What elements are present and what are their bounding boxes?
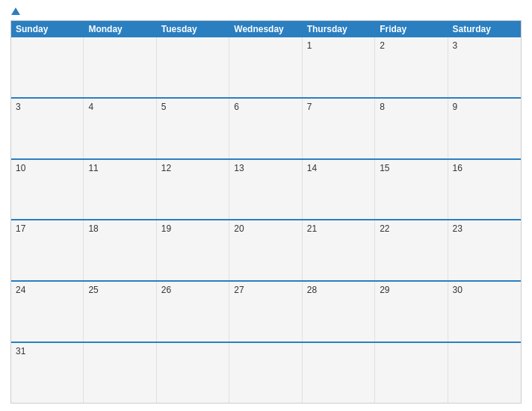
calendar-weeks: 1233456789101112131415161718192021222324… — [11, 37, 521, 403]
day-cell: 3 — [11, 99, 84, 158]
day-cell — [375, 343, 448, 403]
week-row-5: 31 — [11, 342, 521, 403]
day-cell — [448, 343, 521, 403]
day-number: 12 — [161, 163, 224, 173]
day-number: 14 — [307, 163, 370, 173]
day-cell: 20 — [229, 220, 302, 280]
day-header-monday: Monday — [84, 21, 156, 37]
day-cell: 16 — [448, 160, 521, 220]
day-number: 5 — [161, 102, 224, 112]
day-headers-row: SundayMondayTuesdayWednesdayThursdayFrid… — [11, 21, 521, 37]
day-number: 16 — [453, 163, 516, 173]
day-cell: 11 — [84, 160, 156, 220]
calendar-grid: SundayMondayTuesdayWednesdayThursdayFrid… — [10, 20, 522, 404]
day-number: 11 — [88, 163, 151, 173]
day-header-friday: Friday — [375, 21, 448, 37]
day-cell — [229, 343, 302, 403]
day-cell: 5 — [157, 99, 229, 158]
day-header-tuesday: Tuesday — [157, 21, 229, 37]
logo-triangle-icon — [11, 7, 20, 15]
week-row-0: 123 — [11, 37, 521, 97]
day-number: 6 — [234, 102, 297, 112]
day-number: 3 — [16, 102, 78, 112]
day-number: 7 — [307, 102, 370, 112]
day-number: 9 — [453, 102, 516, 112]
day-number: 2 — [380, 40, 442, 51]
day-cell: 26 — [157, 282, 229, 342]
day-number: 20 — [234, 223, 297, 234]
day-cell: 27 — [229, 282, 302, 342]
week-row-2: 10111213141516 — [11, 158, 521, 220]
day-number: 31 — [16, 346, 78, 356]
day-number: 30 — [453, 285, 516, 295]
day-number: 21 — [307, 223, 370, 234]
week-row-1: 3456789 — [11, 97, 521, 158]
day-cell: 10 — [11, 160, 84, 220]
day-cell: 17 — [11, 220, 84, 280]
day-number: 24 — [16, 285, 78, 295]
week-row-3: 17181920212223 — [11, 219, 521, 280]
day-number: 25 — [88, 285, 151, 295]
day-cell: 9 — [448, 99, 521, 158]
day-cell: 15 — [375, 160, 448, 220]
logo — [10, 7, 20, 16]
day-cell: 31 — [11, 343, 84, 403]
day-cell: 4 — [84, 99, 156, 158]
day-cell: 8 — [375, 99, 448, 158]
day-number: 8 — [380, 102, 442, 112]
day-header-saturday: Saturday — [448, 21, 521, 37]
day-cell — [229, 37, 302, 97]
day-cell — [303, 343, 375, 403]
day-number: 19 — [161, 223, 224, 234]
day-cell: 13 — [229, 160, 302, 220]
day-cell — [84, 37, 156, 97]
day-number: 18 — [88, 223, 151, 234]
day-cell: 25 — [84, 282, 156, 342]
week-row-4: 24252627282930 — [11, 280, 521, 342]
day-number: 3 — [453, 40, 516, 51]
calendar-page: SundayMondayTuesdayWednesdayThursdayFrid… — [0, 0, 532, 411]
day-header-thursday: Thursday — [303, 21, 375, 37]
day-number: 13 — [234, 163, 297, 173]
day-number: 28 — [307, 285, 370, 295]
day-cell: 2 — [375, 37, 448, 97]
day-cell: 6 — [229, 99, 302, 158]
day-number: 29 — [380, 285, 442, 295]
day-cell: 12 — [157, 160, 229, 220]
day-header-sunday: Sunday — [11, 21, 84, 37]
day-number: 17 — [16, 223, 78, 234]
header — [10, 7, 522, 16]
day-cell: 23 — [448, 220, 521, 280]
day-cell: 30 — [448, 282, 521, 342]
day-cell: 18 — [84, 220, 156, 280]
day-number: 22 — [380, 223, 442, 234]
day-cell — [157, 37, 229, 97]
day-number: 23 — [453, 223, 516, 234]
day-cell: 7 — [303, 99, 375, 158]
day-cell: 22 — [375, 220, 448, 280]
day-number: 27 — [234, 285, 297, 295]
day-cell: 29 — [375, 282, 448, 342]
day-header-wednesday: Wednesday — [229, 21, 302, 37]
day-cell: 24 — [11, 282, 84, 342]
day-cell — [157, 343, 229, 403]
day-cell: 1 — [303, 37, 375, 97]
day-cell: 28 — [303, 282, 375, 342]
day-cell — [84, 343, 156, 403]
day-number: 10 — [16, 163, 78, 173]
day-cell: 3 — [448, 37, 521, 97]
day-cell: 19 — [157, 220, 229, 280]
day-number: 15 — [380, 163, 442, 173]
day-cell — [11, 37, 84, 97]
day-number: 4 — [88, 102, 151, 112]
day-number: 26 — [161, 285, 224, 295]
day-cell: 14 — [303, 160, 375, 220]
day-number: 1 — [307, 40, 370, 51]
day-cell: 21 — [303, 220, 375, 280]
